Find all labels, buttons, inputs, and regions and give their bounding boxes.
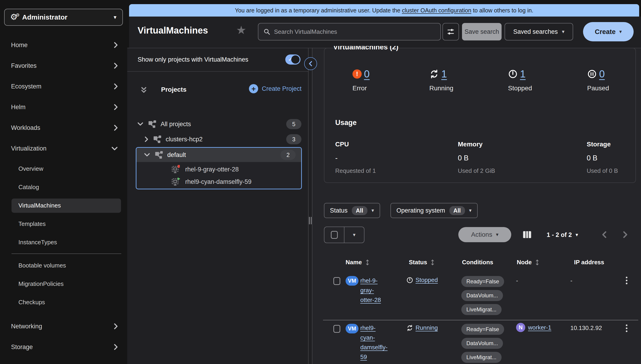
- vm-name-link[interactable]: rhel9- cyan- damselfly- 59: [360, 323, 387, 362]
- sidebar-item-migrationpolicies[interactable]: MigrationPolicies: [19, 278, 64, 289]
- sort-icon[interactable]: [365, 259, 370, 266]
- show-only-label: Show only projects with VirtualMachines: [138, 56, 248, 63]
- create-label: Create: [595, 28, 615, 36]
- column-header-node[interactable]: Node: [517, 259, 540, 266]
- sidebar-item-networking[interactable]: Networking: [11, 321, 118, 332]
- banner-suffix: to allow others to log in.: [471, 7, 533, 14]
- saved-searches-dropdown[interactable]: Saved searches ▾: [505, 23, 573, 40]
- tree-item-clusters-hcp2[interactable]: clusters-hcp2 3: [144, 133, 301, 146]
- sidebar-item-templates[interactable]: Templates: [19, 218, 46, 229]
- sidebar-item-virtualmachines[interactable]: VirtualMachines: [19, 200, 61, 211]
- manage-columns-button[interactable]: [523, 231, 531, 238]
- error-count-link[interactable]: 0: [364, 68, 369, 80]
- sidebar-item-checkups[interactable]: Checkups: [19, 297, 45, 308]
- search-icon: [264, 28, 270, 35]
- pagination-control[interactable]: 1 - 2 of 2 ▾: [547, 230, 578, 240]
- running-sync-icon: [429, 69, 439, 79]
- create-button[interactable]: Create ▾: [583, 22, 634, 41]
- row-checkbox[interactable]: [333, 325, 340, 333]
- sort-icon[interactable]: [430, 259, 435, 266]
- row-checkbox[interactable]: [333, 277, 340, 285]
- sidebar-item-label: Home: [11, 42, 28, 49]
- previous-page-button[interactable]: [602, 231, 607, 238]
- search-input[interactable]: Search VirtualMachines: [258, 23, 441, 40]
- sidebar-item-storage[interactable]: Storage: [11, 342, 118, 352]
- status-filter-label: Status: [330, 207, 348, 214]
- node-link[interactable]: worker-1: [528, 324, 551, 331]
- tree-item-vm-running[interactable]: rhel9-cyan-damselfly-59: [171, 175, 252, 188]
- perspective-switcher[interactable]: ⚙⚙ Administrator ▾: [4, 9, 123, 26]
- sidebar-item-instancetypes[interactable]: InstanceTypes: [19, 237, 57, 248]
- panel-resize-handle[interactable]: [308, 217, 312, 224]
- condition-pill[interactable]: DataVolum...: [461, 290, 503, 301]
- sidebar-item-label: VirtualMachines: [19, 202, 61, 209]
- banner-prefix: You are logged in as a temporary adminis…: [235, 7, 402, 14]
- vm-name-link[interactable]: rhel-9- gray- otter-28: [360, 276, 381, 305]
- vm-status-link[interactable]: Stopped: [406, 276, 438, 284]
- oauth-configuration-link[interactable]: cluster OAuth configuration: [402, 7, 472, 14]
- condition-pill[interactable]: Ready=False: [461, 276, 504, 287]
- sidebar-item-overview[interactable]: Overview: [19, 163, 43, 174]
- sidebar-item-bootable-volumes[interactable]: Bootable volumes: [19, 260, 66, 271]
- os-filter-label: Operating system: [396, 207, 445, 214]
- status-filter-dropdown[interactable]: Status All ▾: [324, 203, 380, 218]
- conditions-cell: Ready=False DataVolum... LiveMigrat...: [461, 276, 504, 315]
- row-kebab-menu[interactable]: [626, 324, 627, 332]
- column-header-ip[interactable]: IP address: [574, 259, 604, 266]
- sidebar-item-workloads[interactable]: Workloads: [11, 122, 118, 133]
- save-search-button[interactable]: Save search: [462, 23, 502, 40]
- tree-item-default[interactable]: default 2: [136, 148, 301, 162]
- condition-pill[interactable]: LiveMigrat...: [461, 352, 502, 363]
- bulk-select-checkbox[interactable]: [324, 227, 344, 243]
- actions-button[interactable]: Actions ▾: [458, 227, 511, 242]
- stopped-icon: [406, 277, 413, 284]
- favorite-star-icon[interactable]: ★: [236, 24, 247, 36]
- tree-item-label: default: [167, 152, 186, 158]
- sidebar-item-virtualization[interactable]: Virtualization: [11, 143, 118, 154]
- next-page-button[interactable]: [622, 231, 628, 238]
- sidebar-item-helm[interactable]: Helm: [11, 102, 118, 112]
- perspective-label: Administrator: [22, 13, 67, 21]
- usage-sub: Used of 0 B: [587, 167, 618, 174]
- row-kebab-menu[interactable]: [626, 277, 627, 284]
- vm-kind-badge: VM: [346, 324, 358, 334]
- column-header-name[interactable]: Name: [346, 259, 370, 266]
- caret-down-icon: ▾: [619, 29, 622, 34]
- create-project-button[interactable]: + Create Project: [249, 84, 302, 93]
- paused-count-link[interactable]: 0: [599, 68, 605, 80]
- show-only-toggle[interactable]: ✓: [285, 54, 301, 64]
- condition-pill[interactable]: DataVolum...: [461, 338, 503, 349]
- sidebar-item-catalog[interactable]: Catalog: [19, 182, 39, 192]
- sidebar-item-ecosystem[interactable]: Ecosystem: [11, 81, 118, 92]
- collapse-panel-button[interactable]: [304, 57, 317, 70]
- sidebar-item-favorites[interactable]: Favorites: [11, 60, 118, 71]
- advanced-search-button[interactable]: [443, 23, 459, 40]
- tree-item-vm-stopped[interactable]: rhel-9-gray-otter-28: [171, 163, 239, 176]
- column-header-status[interactable]: Status: [409, 259, 435, 266]
- save-search-label: Save search: [465, 28, 499, 36]
- usage-cpu: CPU - Requested of 1: [335, 141, 376, 174]
- projects-section-label: Projects: [161, 86, 187, 93]
- column-header-conditions[interactable]: Conditions: [462, 259, 493, 266]
- sort-icon[interactable]: [535, 259, 540, 266]
- running-count-link[interactable]: 1: [441, 68, 447, 80]
- panel-divider-line: [312, 48, 312, 364]
- collapse-all-button[interactable]: [140, 86, 148, 94]
- caret-down-icon: ▾: [372, 208, 374, 213]
- running-sync-icon: [406, 324, 413, 331]
- vm-count-badge: 2: [281, 150, 296, 160]
- chevron-right-icon: [113, 62, 118, 69]
- bulk-select-split-button: ▾: [324, 226, 364, 243]
- bulk-select-caret[interactable]: ▾: [344, 227, 364, 243]
- angle-left-icon: [602, 231, 607, 238]
- sidebar-item-home[interactable]: Home: [11, 40, 118, 50]
- vm-status-link[interactable]: Running: [406, 324, 438, 331]
- condition-pill[interactable]: Ready=False: [461, 324, 504, 335]
- sidebar-item-label: Catalog: [19, 184, 39, 191]
- sidebar-item-label: InstanceTypes: [19, 239, 57, 246]
- stopped-count-link[interactable]: 1: [520, 68, 526, 80]
- os-filter-dropdown[interactable]: Operating system All ▾: [390, 203, 478, 218]
- tile-label: Paused: [587, 84, 609, 92]
- condition-pill[interactable]: LiveMigrat...: [461, 304, 502, 315]
- tree-item-all-projects[interactable]: All projects 5: [137, 118, 301, 130]
